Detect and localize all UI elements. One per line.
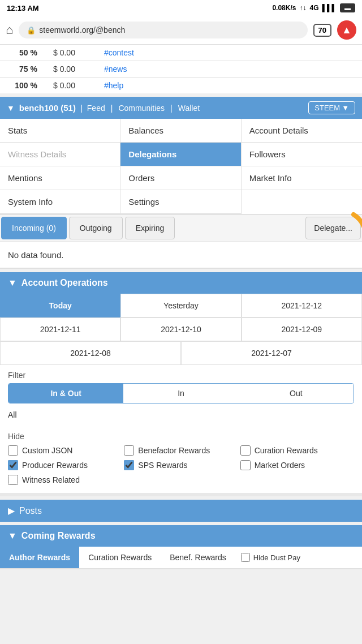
- tag-cell[interactable]: #news: [96, 61, 135, 77]
- url-text: steemworld.org/@bench: [39, 25, 125, 35]
- menu-item-mentions[interactable]: Mentions: [0, 166, 120, 190]
- menu-item-market-info[interactable]: Market Info: [242, 166, 362, 190]
- filter-tab-in-out[interactable]: In & Out: [8, 384, 123, 403]
- date-btn-2021-12-08[interactable]: 2021-12-08: [0, 341, 181, 365]
- triangle-icon: ▼: [8, 278, 17, 288]
- percent-cell: 50 %: [0, 45, 45, 61]
- menu-item-orders[interactable]: Orders: [120, 166, 241, 190]
- menu-item-system-info[interactable]: System Info: [0, 190, 120, 214]
- dropdown-icon[interactable]: ▼: [7, 104, 15, 113]
- url-bar[interactable]: 🔒 steemworld.org/@bench: [19, 22, 307, 38]
- coming-rewards-header: ▼ Coming Rewards: [0, 525, 362, 547]
- menu-item-settings[interactable]: Settings: [120, 190, 241, 214]
- checkbox-sps-rewards[interactable]: SPS Rewards: [124, 460, 238, 470]
- date-btn-2021-12-07[interactable]: 2021-12-07: [181, 341, 362, 365]
- checkbox-curation-rewards[interactable]: Curation Rewards: [240, 445, 354, 456]
- checkbox-custom-json[interactable]: Custom JSON: [8, 445, 122, 456]
- checkbox-producer-rewards[interactable]: Producer Rewards: [8, 460, 122, 470]
- signal-icon: ↑↓: [299, 4, 306, 12]
- amount-cell: $ 0.00: [45, 78, 96, 93]
- separator: |: [111, 104, 113, 113]
- menu-item-delegations[interactable]: Delegations: [120, 143, 241, 166]
- date-grid-2: 2021-12-08 2021-12-07: [0, 341, 362, 365]
- table-row: 75 % $ 0.00 #news: [0, 61, 362, 78]
- steem-label: STEEM: [314, 104, 340, 112]
- upload-button[interactable]: ▲: [337, 20, 356, 40]
- reward-tab-author[interactable]: Author Rewards: [0, 547, 79, 568]
- percent-cell: 100 %: [0, 78, 45, 93]
- filter-tab-in[interactable]: In: [123, 384, 238, 403]
- menu-item-followers[interactable]: Followers: [242, 143, 362, 166]
- reward-tab-curation[interactable]: Curation Rewards: [79, 547, 161, 568]
- menu-item-witness-details: Witness Details: [0, 143, 120, 166]
- date-btn-2021-12-09[interactable]: 2021-12-09: [242, 317, 362, 341]
- checkbox-input-curation-rewards[interactable]: [240, 445, 251, 456]
- date-grid: Today Yesterday 2021-12-12 2021-12-11 20…: [0, 294, 362, 341]
- rewards-tabs: Author Rewards Curation Rewards Benef. R…: [0, 547, 362, 569]
- filter-tab-out[interactable]: Out: [239, 384, 354, 403]
- menu-item-account-details[interactable]: Account Details: [242, 119, 362, 143]
- hide-label: Hide: [8, 432, 354, 441]
- battery-icon: ▬: [340, 3, 355, 12]
- nav-links: Feed | Communities | Wallet: [87, 104, 200, 113]
- checkbox-witness-related[interactable]: Witness Related: [8, 475, 122, 485]
- tag-cell[interactable]: #help: [96, 78, 131, 93]
- posts-section[interactable]: ▶ Posts: [0, 500, 362, 522]
- checkbox-input-producer-rewards[interactable]: [8, 460, 18, 470]
- filter-tabs: In & Out In Out: [8, 383, 354, 403]
- tab-delegate[interactable]: Delegate...: [305, 217, 361, 239]
- tab-expiring[interactable]: Expiring: [125, 217, 175, 239]
- checkbox-input-benefactor-rewards[interactable]: [124, 445, 134, 456]
- tag-cell[interactable]: #contest: [96, 45, 142, 61]
- table-row: 100 % $ 0.00 #help: [0, 78, 362, 93]
- checkbox-input-market-orders[interactable]: [240, 460, 251, 470]
- communities-link[interactable]: Communities: [118, 104, 165, 113]
- home-icon[interactable]: ⌂: [6, 23, 13, 37]
- hide-dust-checkbox[interactable]: Hide Dust Pay: [235, 547, 306, 568]
- account-operations-header: ▼ Account Operations: [0, 272, 362, 294]
- checkbox-grid: Custom JSON Benefactor Rewards Curation …: [8, 445, 354, 485]
- delegation-tabs: Incoming (0) Outgoing Expiring Delegate.…: [0, 214, 362, 242]
- date-btn-2021-12-10[interactable]: 2021-12-10: [120, 317, 241, 341]
- checkbox-benefactor-rewards[interactable]: Benefactor Rewards: [124, 445, 238, 456]
- feed-link[interactable]: Feed: [87, 104, 105, 113]
- amount-cell: $ 0.00: [45, 45, 96, 61]
- filter-label: Filter: [8, 371, 354, 380]
- checkbox-market-orders[interactable]: Market Orders: [240, 460, 354, 470]
- tab-outgoing[interactable]: Outgoing: [69, 217, 123, 239]
- date-btn-2021-12-11[interactable]: 2021-12-11: [0, 317, 120, 341]
- steem-button[interactable]: STEEM ▼: [308, 101, 355, 114]
- filter-section: Filter In & Out In Out All: [0, 365, 362, 427]
- separator: |: [170, 104, 173, 113]
- checkbox-input-custom-json[interactable]: [8, 445, 18, 456]
- checkbox-input-witness-related[interactable]: [8, 475, 18, 485]
- date-btn-2021-12-12[interactable]: 2021-12-12: [242, 294, 362, 317]
- nav-left: ▼ bench100 (51) | Feed | Communities | W…: [7, 103, 200, 113]
- wallet-link[interactable]: Wallet: [178, 104, 200, 113]
- checkbox-label-witness-related: Witness Related: [22, 475, 80, 484]
- top-table: 50 % $ 0.00 #contest 75 % $ 0.00 #news 1…: [0, 45, 362, 93]
- amount-cell: $ 0.00: [45, 61, 96, 77]
- posts-triangle-icon: ▶: [8, 505, 15, 516]
- checkbox-label-benefactor-rewards: Benefactor Rewards: [138, 446, 210, 455]
- status-bar: 12:13 AM 0.08K/s ↑↓ 4G ▌▌▌ ▬: [0, 0, 362, 16]
- checkbox-input-sps-rewards[interactable]: [124, 460, 134, 470]
- time-display: 12:13 AM: [7, 4, 39, 12]
- menu-item-stats[interactable]: Stats: [0, 119, 120, 143]
- date-btn-today[interactable]: Today: [0, 294, 120, 317]
- percent-cell: 75 %: [0, 61, 45, 77]
- tab-badge[interactable]: 70: [313, 24, 331, 37]
- reward-tab-benef[interactable]: Benef. Rewards: [161, 547, 235, 568]
- chevron-down-icon: ▼: [342, 104, 349, 112]
- checkbox-label-curation-rewards: Curation Rewards: [255, 446, 318, 455]
- tab-incoming[interactable]: Incoming (0): [1, 217, 67, 239]
- filter-all: All: [8, 408, 354, 424]
- checkbox-label-custom-json: Custom JSON: [22, 446, 72, 455]
- hide-dust-input[interactable]: [241, 553, 250, 562]
- checkbox-label-market-orders: Market Orders: [255, 461, 305, 470]
- menu-item-balances[interactable]: Balances: [120, 119, 241, 143]
- checkbox-label-sps-rewards: SPS Rewards: [138, 461, 187, 470]
- status-right: 0.08K/s ↑↓ 4G ▌▌▌ ▬: [272, 3, 355, 12]
- table-row: 50 % $ 0.00 #contest: [0, 45, 362, 61]
- date-btn-yesterday[interactable]: Yesterday: [120, 294, 241, 317]
